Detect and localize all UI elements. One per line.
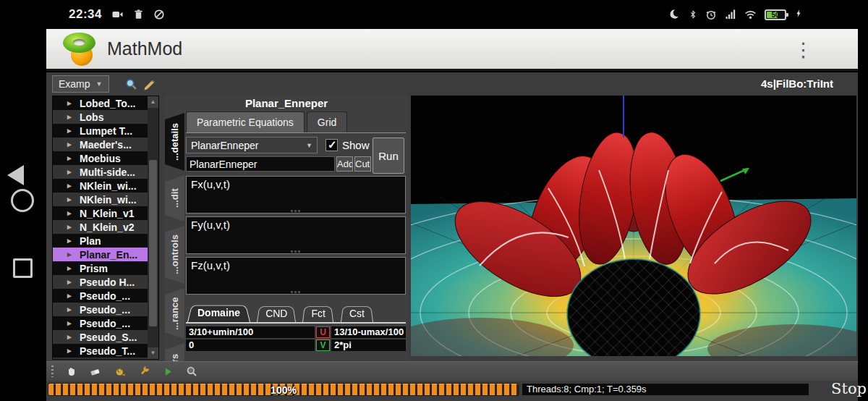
recents-button[interactable] — [13, 258, 33, 278]
back-button[interactable] — [7, 165, 24, 185]
bluetooth-icon — [689, 9, 697, 20]
model-title: Planar_Enneper — [165, 97, 408, 109]
expand-arrow-icon: ▸ — [67, 277, 76, 287]
sidebar-scrollbar[interactable]: ▲ ▼ — [148, 96, 158, 359]
sidebar-item[interactable]: ▸Pseudo H... — [53, 275, 148, 289]
sidebar-item[interactable]: ▸Lobs — [53, 110, 148, 124]
scrollbar-thumb[interactable] — [149, 160, 157, 326]
equation-field[interactable]: Fx(u,v,t) — [186, 176, 406, 214]
alarm-icon — [705, 9, 717, 20]
model-name-input[interactable] — [186, 156, 335, 172]
sidebar-item[interactable]: ▸Lobed_To... — [53, 96, 148, 110]
sidebar-item[interactable]: ▸Pseudo_... — [53, 303, 148, 316]
status-line: 100% Threads:8; Cmp:1; T=0.359s Stop — [46, 382, 858, 398]
expand-arrow-icon: ▸ — [67, 318, 76, 328]
stop-button[interactable]: Stop — [831, 380, 867, 397]
trash-icon — [133, 9, 144, 20]
sidebar-item-label: Pseudo_... — [80, 304, 130, 316]
home-button[interactable] — [11, 189, 34, 212]
sidebar-item[interactable]: ▸NKlein_wi... — [53, 193, 148, 206]
expand-arrow-icon: ▸ — [67, 250, 76, 259]
screen-record-icon — [111, 9, 124, 20]
tab-grid[interactable]: Grid — [307, 111, 347, 132]
sidebar-item-label: Pseudo_S... — [80, 332, 137, 343]
domain-row: 3/10+umin/100U13/10-umax/100 — [186, 326, 406, 338]
run-button[interactable]: Run — [373, 138, 404, 174]
sidebar-item-label: N_Klein_v2 — [80, 221, 134, 233]
sidebar-item[interactable]: ▸Moebius — [53, 151, 148, 165]
add-button[interactable]: Add — [336, 156, 353, 172]
sidebar-item[interactable]: ▸Pseudo_... — [53, 289, 148, 303]
sidebar-item[interactable]: ▸NKlein_wi... — [53, 179, 148, 193]
domain-max-value[interactable]: 2*pi — [331, 339, 406, 351]
domain-tab-cst[interactable]: Cst — [341, 304, 373, 322]
domain-min-value[interactable]: 0 — [186, 339, 315, 351]
tab-parametric-equations[interactable]: Parametric Equations — [186, 111, 305, 132]
expand-arrow-icon: ▸ — [67, 181, 76, 190]
equation-field[interactable]: Fy(u,v,t) — [186, 216, 406, 254]
side-tab[interactable]: ...dit — [165, 175, 184, 221]
eraser-icon[interactable] — [90, 366, 102, 377]
zoom-examples-icon[interactable] — [124, 77, 137, 90]
sidebar-item-label: Pseudo_... — [80, 290, 130, 302]
play-icon[interactable] — [163, 366, 174, 377]
sidebar-item[interactable]: ▸Pseudo_S... — [53, 330, 148, 344]
domain-tab-cnd[interactable]: CND — [257, 304, 296, 322]
progress-label: 100% — [48, 384, 519, 396]
overflow-menu-icon[interactable]: ⋮ — [793, 35, 813, 64]
sidebar-item[interactable]: ▸Plan — [53, 234, 148, 248]
enneper-surface-render — [411, 96, 856, 356]
show-checkbox[interactable] — [326, 139, 338, 151]
wifi-icon — [744, 9, 757, 20]
app-title: MathMod — [107, 38, 182, 59]
sidebar-item-label: NKlein_wi... — [80, 194, 137, 206]
sidebar-item-label: Pseudo_... — [80, 318, 130, 329]
equation-field[interactable]: Fz(u,v,t) — [186, 257, 406, 295]
examples-dropdown[interactable]: Examp ▼ — [52, 75, 109, 93]
render-viewport[interactable] — [411, 96, 856, 356]
sidebar-item[interactable]: ▸Prism — [53, 261, 148, 275]
sidebar-item[interactable]: ▸Ribbon_h... — [53, 358, 148, 360]
expand-arrow-icon: ▸ — [67, 126, 76, 135]
sidebar-item[interactable]: ▸Pseudo_T... — [53, 344, 148, 358]
battery-level: 50 — [766, 11, 785, 19]
model-combobox[interactable]: PlanarEnneper ▼ — [186, 137, 318, 153]
wrench-icon[interactable] — [139, 366, 150, 377]
sidebar-item[interactable]: ▸Maeder's... — [53, 138, 148, 151]
expand-arrow-icon: ▸ — [67, 140, 76, 149]
side-tab[interactable]: ...rance — [165, 288, 184, 339]
domain-max-value[interactable]: 13/10-umax/100 — [331, 326, 406, 338]
side-tab[interactable]: ...details — [165, 113, 184, 171]
expand-arrow-icon: ▸ — [67, 153, 76, 163]
magnifier-icon[interactable] — [186, 366, 197, 377]
scroll-up-icon[interactable]: ▲ — [148, 96, 158, 108]
sidebar-item-label: Moebius — [80, 153, 121, 164]
expand-arrow-icon: ▸ — [67, 263, 76, 273]
progress-bar: 100% — [48, 383, 519, 396]
examples-sidebar: ▸Lobed_To...▸Lobs▸Lumpet T...▸Maeder's..… — [52, 96, 159, 360]
clock: 22:34 — [69, 7, 102, 22]
expand-arrow-icon: ▸ — [67, 222, 76, 232]
sidebar-item-label: Ribbon_h... — [80, 359, 135, 360]
sidebar-item[interactable]: ▸Lumpet T... — [53, 124, 148, 138]
domain-min-value[interactable]: 3/10+umin/100 — [186, 326, 315, 338]
domain-tab-fct[interactable]: Fct — [302, 304, 333, 322]
side-tab[interactable]: ...ontrols — [165, 226, 184, 284]
expand-arrow-icon: ▸ — [67, 305, 76, 314]
snail-icon[interactable] — [114, 366, 127, 377]
hand-icon[interactable] — [66, 366, 77, 377]
domain-tab-domaine[interactable]: Domaine — [187, 303, 250, 322]
toolbar-grip-icon[interactable] — [51, 366, 54, 377]
cut-button[interactable]: Cut — [354, 156, 371, 172]
sidebar-item[interactable]: ▸Planar_En... — [53, 248, 148, 261]
sidebar-item[interactable]: ▸N_Klein_v1 — [53, 206, 148, 220]
expand-arrow-icon: ▸ — [67, 346, 76, 355]
expand-arrow-icon: ▸ — [67, 167, 76, 177]
night-mode-icon — [669, 9, 681, 20]
sidebar-item[interactable]: ▸Pseudo_... — [53, 316, 148, 330]
sidebar-item[interactable]: ▸N_Klein_v2 — [53, 220, 148, 234]
sidebar-item[interactable]: ▸Multi-side... — [53, 165, 148, 179]
script-editor-icon[interactable] — [143, 77, 156, 90]
expand-arrow-icon: ▸ — [67, 195, 76, 204]
scroll-down-icon[interactable]: ▼ — [148, 347, 158, 359]
